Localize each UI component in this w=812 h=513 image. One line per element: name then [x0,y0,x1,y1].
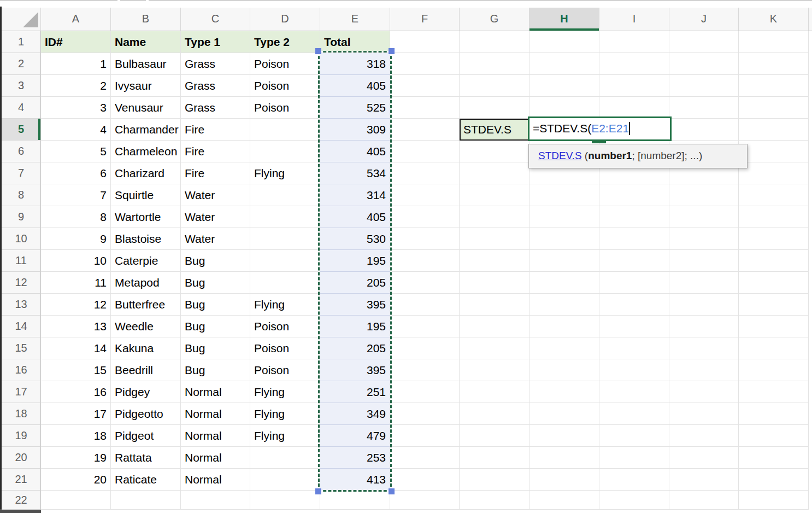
cell-J1[interactable] [669,31,739,53]
cell-C10[interactable]: Water [181,228,250,250]
cell-B4[interactable]: Venusaur [111,97,181,119]
cell-D3[interactable]: Poison [250,75,320,97]
cell-G20[interactable] [460,447,529,469]
cell-K19[interactable] [739,425,809,447]
cell-J13[interactable] [669,294,739,316]
cell-C21[interactable]: Normal [181,469,250,491]
cell-A4[interactable]: 3 [41,97,111,119]
cell-B14[interactable]: Weedle [111,316,181,337]
cell-G16[interactable] [460,359,529,381]
cell-A12[interactable]: 11 [41,272,111,294]
selection-handle-bottom-right[interactable] [389,488,395,494]
cell-K17[interactable] [739,381,809,403]
cell-G12[interactable] [460,272,529,294]
cell-G10[interactable] [460,228,529,250]
row-header-18[interactable]: 18 [2,403,41,425]
cell-F15[interactable] [390,337,460,359]
column-header-f[interactable]: F [390,8,460,31]
cell-K8[interactable] [739,184,809,206]
cell-K5[interactable] [739,119,809,141]
cell-J8[interactable] [669,184,739,206]
cell-B18[interactable]: Pidgeotto [111,403,181,425]
cell-J16[interactable] [669,359,739,381]
cell-G8[interactable] [460,184,529,206]
row-header-9[interactable]: 9 [2,206,41,228]
cell-F4[interactable] [390,97,460,119]
cell-C2[interactable]: Grass [181,53,250,75]
cell-G1[interactable] [460,31,529,53]
cell-B20[interactable]: Rattata [111,447,181,469]
cell-B10[interactable]: Blastoise [111,228,181,250]
column-header-i[interactable]: I [599,8,669,31]
row-header-21[interactable]: 21 [2,469,41,491]
cell-H12[interactable] [529,272,599,294]
cell-K12[interactable] [739,272,809,294]
cell-I16[interactable] [599,359,669,381]
row-header-3[interactable]: 3 [2,75,41,97]
cell-I3[interactable] [599,75,669,97]
function-help-link[interactable]: STDEV.S [538,150,582,161]
row-header-10[interactable]: 10 [2,228,41,250]
cell-C7[interactable]: Fire [181,162,250,184]
cell-C12[interactable]: Bug [181,272,250,294]
cell-H18[interactable] [529,403,599,425]
cell-K20[interactable] [739,447,809,469]
cell-D14[interactable]: Poison [250,316,320,337]
selection-handle-top-left[interactable] [315,48,321,54]
cell-B1[interactable]: Name [111,31,181,53]
cell-B11[interactable]: Caterpie [111,250,181,272]
cell-C14[interactable]: Bug [181,316,250,337]
cell-A14[interactable]: 13 [41,316,111,337]
cell-B17[interactable]: Pidgey [111,381,181,403]
column-header-c[interactable]: C [181,8,250,31]
cell-G4[interactable] [460,97,529,119]
cell-F7[interactable] [390,162,460,184]
cell-F20[interactable] [390,447,460,469]
cell-D8[interactable] [250,184,320,206]
row-header-16[interactable]: 16 [2,359,41,381]
row-header-15[interactable]: 15 [2,337,41,359]
cell-B9[interactable]: Wartortle [111,206,181,228]
cell-C19[interactable]: Normal [181,425,250,447]
cell-H22[interactable] [529,491,599,510]
cell-I4[interactable] [599,97,669,119]
cell-H16[interactable] [529,359,599,381]
cell-D10[interactable] [250,228,320,250]
cell-H20[interactable] [529,447,599,469]
cell-D12[interactable] [250,272,320,294]
cell-C1[interactable]: Type 1 [181,31,250,53]
cell-H3[interactable] [529,75,599,97]
cell-K18[interactable] [739,403,809,425]
cell-J22[interactable] [669,491,739,510]
cell-J15[interactable] [669,337,739,359]
cell-G11[interactable] [460,250,529,272]
cell-C4[interactable]: Grass [181,97,250,119]
cell-B2[interactable]: Bulbasaur [111,53,181,75]
cell-C22[interactable] [181,491,250,510]
cell-I18[interactable] [599,403,669,425]
row-header-5[interactable]: 5 [2,119,41,141]
column-header-d[interactable]: D [250,8,320,31]
cell-C8[interactable]: Water [181,184,250,206]
cell-A17[interactable]: 16 [41,381,111,403]
cell-A10[interactable]: 9 [41,228,111,250]
cell-D11[interactable] [250,250,320,272]
cell-B19[interactable]: Pidgeot [111,425,181,447]
cell-D9[interactable] [250,206,320,228]
row-header-14[interactable]: 14 [2,316,41,337]
cell-G19[interactable] [460,425,529,447]
cell-E1[interactable]: Total [320,31,390,53]
cell-D18[interactable]: Flying [250,403,320,425]
cell-F21[interactable] [390,469,460,491]
cell-H17[interactable] [529,381,599,403]
cell-F11[interactable] [390,250,460,272]
cell-I22[interactable] [599,491,669,510]
cell-D1[interactable]: Type 2 [250,31,320,53]
cell-G9[interactable] [460,206,529,228]
cell-J21[interactable] [669,469,739,491]
cell-F5[interactable] [390,119,460,141]
cell-F2[interactable] [390,53,460,75]
cell-H1[interactable] [529,31,599,53]
cell-D15[interactable]: Poison [250,337,320,359]
row-header-1[interactable]: 1 [2,31,41,53]
